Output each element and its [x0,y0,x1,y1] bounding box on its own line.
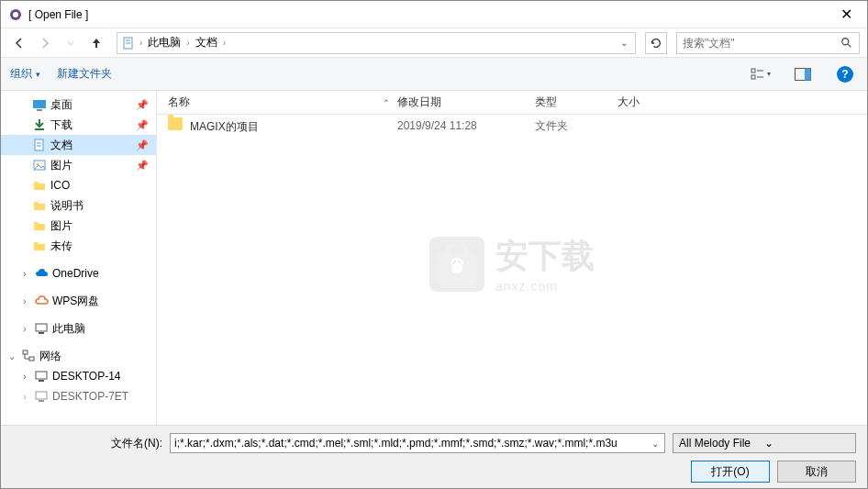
sidebar-item-pictures[interactable]: 图片📌 [1,155,156,175]
svg-rect-13 [33,100,46,108]
folder-icon [168,117,183,130]
watermark-subtitle: anxz.com [495,279,595,294]
cancel-button[interactable]: 取消 [777,461,856,483]
up-button[interactable] [85,32,107,54]
sidebar-item-label: 图片 [50,218,72,234]
svg-rect-21 [36,324,47,331]
filename-combo[interactable]: ⌄ [170,433,665,453]
network-icon [21,349,36,363]
organize-menu[interactable]: 组织▾ [10,66,40,82]
sidebar-item-net-pc1[interactable]: ›DESKTOP-14 [1,366,156,386]
pin-icon: 📌 [136,139,149,151]
help-button[interactable]: ? [832,64,858,84]
sidebar-item-label: 此电脑 [52,321,85,337]
sidebar-item-label: 桌面 [50,97,72,113]
sidebar-item-onedrive[interactable]: ›OneDrive [1,263,156,283]
search-input[interactable] [683,37,840,50]
chevron-right-icon: › [139,38,142,48]
document-icon [121,36,136,50]
filter-label: All Melody File [679,437,764,450]
sidebar-item-pictures2[interactable]: 图片 [1,216,156,236]
breadcrumb[interactable]: › 此电脑 › 文档 › ⌄ [117,32,636,54]
computer-icon [34,369,49,383]
expander-icon[interactable]: › [19,296,30,306]
column-size[interactable]: 大小 [618,94,691,110]
svg-rect-24 [29,357,34,361]
svg-rect-26 [39,380,44,382]
sidebar-item-net-pc2[interactable]: ›DESKTOP-7ET [1,386,156,406]
file-type-filter[interactable]: All Melody File ⌄ [673,433,856,453]
svg-rect-7 [751,69,755,72]
sidebar-item-downloads[interactable]: 下载📌 [1,115,156,135]
expander-icon[interactable]: › [19,392,30,402]
expander-icon[interactable]: › [19,269,30,279]
forward-button [34,32,56,54]
back-button[interactable] [8,32,30,54]
title-bar: [ Open File ] ✕ [1,1,867,28]
help-icon: ? [837,66,853,83]
filename-label: 文件名(N): [111,436,162,451]
refresh-button[interactable] [645,32,667,54]
new-folder-button[interactable]: 新建文件夹 [57,66,112,82]
chevron-down-icon[interactable]: ⌄ [617,38,631,48]
toolbar: 组织▾ 新建文件夹 ▾ ? [1,58,867,91]
svg-rect-14 [37,109,42,111]
sidebar-item-wps[interactable]: ›WPS网盘 [1,291,156,311]
column-date[interactable]: 修改日期 [397,94,535,110]
sidebar-item-label: DESKTOP-7ET [52,390,128,403]
desktop-icon [32,97,47,112]
sort-arrow-icon: ⌃ [383,98,390,107]
file-date: 2019/9/24 11:28 [397,119,535,132]
sidebar-item-thispc[interactable]: ›此电脑 [1,318,156,339]
close-icon[interactable]: ✕ [833,2,860,27]
svg-rect-28 [39,400,44,402]
chevron-right-icon: › [223,38,226,48]
open-button[interactable]: 打开(O) [691,461,770,483]
computer-icon [34,389,49,404]
sidebar-item-manual[interactable]: 说明书 [1,195,156,216]
svg-rect-23 [23,350,28,354]
svg-line-6 [848,43,851,47]
svg-rect-25 [36,372,47,379]
search-icon[interactable] [840,37,853,50]
sidebar-item-label: ICO [50,179,70,192]
expander-icon[interactable]: › [19,372,30,382]
sidebar-item-unsent[interactable]: 未传 [1,236,156,256]
sidebar-item-desktop[interactable]: 桌面📌 [1,94,156,115]
pin-icon: 📌 [136,119,149,131]
svg-point-30 [451,262,462,273]
sidebar-item-label: 下载 [50,117,72,133]
search-box[interactable] [676,32,860,54]
file-row[interactable]: MAGIX的项目 2019/9/24 11:28 文件夹 [157,115,867,137]
view-options-button[interactable]: ▾ [748,64,773,84]
expander-icon[interactable]: ⌄ [6,351,17,361]
chevron-right-icon: › [186,38,189,48]
cloud-icon [34,294,49,308]
expander-icon[interactable]: › [19,324,30,334]
file-name: MAGIX的项目 [190,120,259,133]
sidebar-item-network[interactable]: ⌄网络 [1,346,156,366]
svg-rect-8 [751,75,755,79]
sidebar-item-ico[interactable]: ICO [1,175,156,195]
watermark-title: 安下载 [495,234,595,279]
svg-rect-29 [437,253,477,286]
filename-input[interactable] [174,437,650,450]
chevron-down-icon[interactable]: ⌄ [764,437,850,450]
svg-rect-16 [35,139,43,150]
download-icon [32,117,47,132]
column-type[interactable]: 类型 [535,94,618,110]
preview-pane-button[interactable] [790,64,816,84]
recent-dropdown[interactable] [60,32,82,54]
cloud-icon [34,266,49,281]
svg-point-5 [842,38,849,44]
breadcrumb-thispc[interactable]: 此电脑 [146,35,183,50]
watermark: 安下载 anxz.com [429,234,595,294]
document-icon [32,138,47,152]
main-area: 桌面📌 下载📌 文档📌 图片📌 ICO 说明书 图片 未传 ›OneDrive … [1,91,867,425]
breadcrumb-documents[interactable]: 文档 [194,35,219,50]
column-name[interactable]: 名称⌃ [168,94,397,110]
chevron-down-icon[interactable]: ⌄ [650,439,661,449]
sidebar-item-documents[interactable]: 文档📌 [1,135,156,155]
picture-icon [32,158,47,172]
sidebar-item-label: 未传 [50,239,72,254]
